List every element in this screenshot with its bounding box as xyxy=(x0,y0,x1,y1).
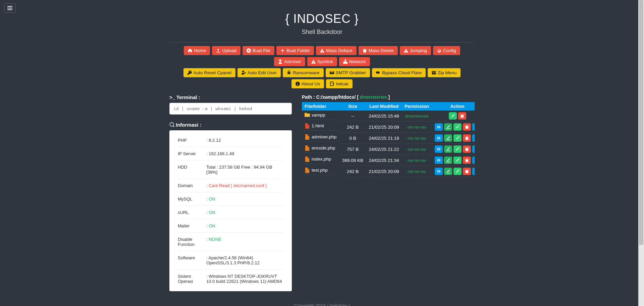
informasi-header: Informasi : xyxy=(169,122,292,128)
file-name[interactable]: test.php xyxy=(312,168,328,173)
file-permission[interactable]: -rw-rw-rw- xyxy=(402,155,432,166)
upload-icon xyxy=(216,48,220,53)
about-us-button[interactable]: About Us xyxy=(291,79,324,88)
view-button[interactable] xyxy=(435,145,443,153)
delete-button[interactable] xyxy=(463,168,471,175)
delete-button[interactable] xyxy=(463,157,471,164)
view-button[interactable] xyxy=(435,134,443,142)
trash-icon xyxy=(465,136,469,140)
zip-menu-button[interactable]: Zip Menu xyxy=(428,68,461,77)
delete-button[interactable] xyxy=(463,145,471,153)
file-modified: 24/02/25 21:22 xyxy=(366,144,402,155)
download-button[interactable] xyxy=(472,123,475,131)
file-name[interactable]: xampp xyxy=(312,113,325,118)
ransomware-button[interactable]: Ransomware xyxy=(283,68,324,77)
adminer-button[interactable]: Adminer xyxy=(274,57,305,66)
mass-deface-button[interactable]: Mass Deface xyxy=(316,46,357,55)
download-button[interactable] xyxy=(472,145,475,153)
table-row: xampp -- 24/02/25 15:49 drwxrwxrwx xyxy=(302,111,475,122)
path-segment[interactable]: htdocs xyxy=(339,94,354,100)
file-modified: 24/02/25 15:49 xyxy=(366,111,402,122)
home-button[interactable]: Home xyxy=(184,46,210,55)
user-edit-icon xyxy=(241,71,246,75)
rename-icon xyxy=(446,136,450,140)
folder-icon xyxy=(305,112,310,118)
rename-button[interactable] xyxy=(444,123,452,131)
delete-button[interactable] xyxy=(463,123,471,131)
file-name[interactable]: adminer.php xyxy=(312,134,336,139)
file-table-scroll[interactable]: File/folderSizeLast ModifiedPermissionAc… xyxy=(302,102,475,177)
symlink-button[interactable]: Symlink xyxy=(307,57,337,66)
file-name[interactable]: index.php xyxy=(312,157,331,162)
pencil-icon xyxy=(455,169,460,173)
download-button[interactable] xyxy=(472,168,475,175)
edit-button[interactable] xyxy=(453,168,462,175)
php-icon xyxy=(305,134,310,140)
file-icon xyxy=(305,145,310,151)
window-scrollbar[interactable] xyxy=(638,0,644,306)
buat-folder-button[interactable]: Buat Folder xyxy=(276,46,314,55)
trash-icon xyxy=(465,125,469,129)
download-button[interactable] xyxy=(472,157,475,164)
info-row: Mailer : ON xyxy=(178,219,283,233)
view-button[interactable] xyxy=(435,168,443,175)
delete-button[interactable] xyxy=(458,112,466,120)
path-segment[interactable]: C: xyxy=(316,94,321,100)
file-permission[interactable]: -rw-rw-rw- xyxy=(402,133,432,144)
edit-button[interactable] xyxy=(453,157,462,164)
auto-reset-cpanel-button[interactable]: Auto Reset Cpanel xyxy=(183,68,235,77)
rename-button[interactable] xyxy=(444,145,452,153)
path-permission[interactable]: drwxrwxrwx xyxy=(360,94,387,100)
file-modified: 24/02/25 21:34 xyxy=(366,155,402,166)
edit-button[interactable] xyxy=(453,134,462,142)
rename-button[interactable] xyxy=(444,134,452,142)
mass-delete-button[interactable]: Mass Delete xyxy=(359,46,398,55)
hamburger-icon xyxy=(7,6,12,10)
delete-button[interactable] xyxy=(463,134,471,142)
file-permission[interactable]: -rw-rw-rw- xyxy=(402,166,432,177)
file-name[interactable]: 1.html xyxy=(312,123,324,128)
rename-button[interactable] xyxy=(444,157,452,164)
edit-button[interactable] xyxy=(449,112,457,120)
file-name[interactable]: encode.php xyxy=(312,145,335,150)
rename-icon xyxy=(446,125,450,129)
view-button[interactable] xyxy=(435,123,443,131)
download-button[interactable] xyxy=(472,134,475,142)
terminal-input[interactable] xyxy=(169,103,292,115)
download-icon xyxy=(474,136,475,140)
jumping-button[interactable]: Jumping xyxy=(400,46,431,55)
keluar-button[interactable]: keluar xyxy=(326,79,353,88)
rename-button[interactable] xyxy=(444,168,452,175)
table-header: Action xyxy=(432,102,475,111)
smtp-grabber-button[interactable]: SMTP Grabber xyxy=(326,68,370,77)
plus-icon xyxy=(280,48,285,53)
menu-toggle[interactable] xyxy=(4,3,16,13)
network-button[interactable]: Network xyxy=(339,57,370,66)
trash-icon xyxy=(363,48,367,53)
pencil-icon xyxy=(455,158,460,162)
edit-button[interactable] xyxy=(453,145,462,153)
table-row: test.php 242 B 21/02/25 20:09 -rw-rw-rw- xyxy=(302,166,475,177)
eye-icon xyxy=(437,158,441,162)
file-permission[interactable]: -rw-rw-rw- xyxy=(402,122,432,133)
file-permission[interactable]: drwxrwxrwx xyxy=(402,111,432,122)
file-size: 757 B xyxy=(339,144,366,155)
view-button[interactable] xyxy=(435,157,443,164)
table-header: Permission xyxy=(402,102,432,111)
file-size: -- xyxy=(339,111,366,122)
edit-button[interactable] xyxy=(453,123,462,131)
file-permission[interactable]: -rw-rw-rw- xyxy=(402,144,432,155)
trash-icon xyxy=(460,114,464,118)
pencil-icon xyxy=(455,136,460,140)
upload-button[interactable]: Upload xyxy=(212,46,240,55)
auto-edit-user-button[interactable]: Auto Edit User xyxy=(237,68,281,77)
file-table: File/folderSizeLast ModifiedPermissionAc… xyxy=(302,102,475,177)
config-button[interactable]: Config xyxy=(433,46,460,55)
toolbar-yellow: Auto Reset CpanelAuto Edit UserRansomwar… xyxy=(169,68,475,88)
buat-file-button[interactable]: Buat File xyxy=(243,46,274,55)
info-row: Software : Apache/2.4.58 (Win64) OpenSSL… xyxy=(178,251,283,270)
bypass-cloud-flare-button[interactable]: Bypass Cloud Flare xyxy=(372,68,426,77)
path-segment[interactable]: xampp xyxy=(322,94,337,100)
warning-icon xyxy=(311,59,316,64)
pencil-icon xyxy=(451,114,455,118)
